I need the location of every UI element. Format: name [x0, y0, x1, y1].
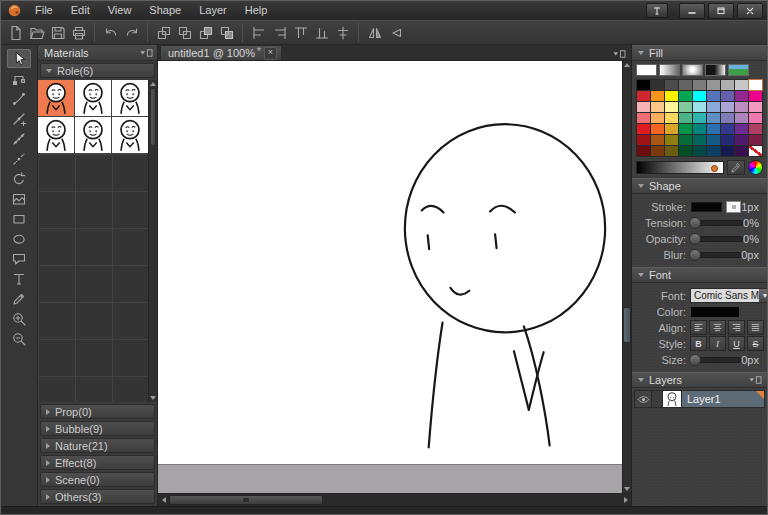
- palette-swatch[interactable]: [693, 146, 706, 156]
- palette-swatch[interactable]: [693, 124, 706, 134]
- palette-swatch[interactable]: [665, 135, 678, 145]
- menu-layer[interactable]: Layer: [190, 1, 236, 20]
- palette-swatch[interactable]: [749, 80, 762, 90]
- palette-swatch[interactable]: [721, 91, 734, 101]
- align-bottom-button[interactable]: [311, 23, 332, 42]
- minimize-button[interactable]: [679, 3, 705, 19]
- bring-to-front-button[interactable]: [195, 23, 216, 42]
- text-align-left-button[interactable]: [690, 320, 707, 335]
- palette-swatch[interactable]: [665, 80, 678, 90]
- palette-swatch[interactable]: [721, 113, 734, 123]
- palette-swatch[interactable]: [735, 146, 748, 156]
- palette-swatch[interactable]: [707, 91, 720, 101]
- menu-view[interactable]: View: [99, 1, 141, 20]
- palette-swatch[interactable]: [749, 113, 762, 123]
- pen-tool[interactable]: [7, 289, 31, 308]
- materials-menu-icon[interactable]: [138, 47, 154, 59]
- palette-swatch[interactable]: [637, 80, 650, 90]
- underline-button[interactable]: U: [728, 336, 745, 351]
- palette-swatch[interactable]: [707, 113, 720, 123]
- text-tool[interactable]: [7, 269, 31, 288]
- layer-name[interactable]: Layer1: [682, 391, 764, 407]
- value-gradient-bar[interactable]: [636, 161, 724, 174]
- menu-shape[interactable]: Shape: [140, 1, 190, 20]
- align-center-button[interactable]: [332, 23, 353, 42]
- palette-swatch[interactable]: [735, 113, 748, 123]
- palette-swatch[interactable]: [679, 102, 692, 112]
- align-right-button[interactable]: [269, 23, 290, 42]
- palette-swatch[interactable]: [665, 91, 678, 101]
- stroke-cap-swatch[interactable]: [726, 201, 741, 213]
- palette-swatch[interactable]: [735, 80, 748, 90]
- palette-swatch[interactable]: [665, 124, 678, 134]
- select-tool[interactable]: [7, 49, 31, 68]
- scrollbar-thumb[interactable]: [169, 495, 323, 505]
- palette-swatch[interactable]: [665, 102, 678, 112]
- palette-swatch[interactable]: [651, 80, 664, 90]
- add-point-tool[interactable]: [7, 109, 31, 128]
- palette-swatch[interactable]: [749, 102, 762, 112]
- scrollbar-thumb[interactable]: [623, 307, 631, 343]
- palette-swatch[interactable]: [707, 135, 720, 145]
- tab-list-icon[interactable]: [611, 48, 627, 60]
- strikethrough-button[interactable]: S: [747, 336, 764, 351]
- palette-swatch[interactable]: [651, 146, 664, 156]
- flip-horizontal-button[interactable]: [364, 23, 385, 42]
- palette-swatch[interactable]: [679, 124, 692, 134]
- palette-swatch[interactable]: [651, 113, 664, 123]
- palette-swatch[interactable]: [735, 124, 748, 134]
- palette-swatch[interactable]: [735, 91, 748, 101]
- zoom-out-tool[interactable]: [7, 329, 31, 348]
- palette-swatch[interactable]: [721, 80, 734, 90]
- scroll-up-icon[interactable]: [624, 63, 630, 67]
- opacity-slider[interactable]: [690, 236, 743, 242]
- shape-section-header[interactable]: Shape: [632, 178, 767, 194]
- palette-swatch[interactable]: [707, 102, 720, 112]
- open-button[interactable]: [26, 23, 47, 42]
- category-nature[interactable]: Nature(21): [40, 438, 155, 453]
- document-tab[interactable]: untitled1 @ 100% * ×: [160, 45, 282, 60]
- role-item[interactable]: [75, 80, 112, 117]
- palette-swatch[interactable]: [665, 146, 678, 156]
- stroke-color-swatch[interactable]: [690, 201, 723, 213]
- category-scene[interactable]: Scene(0): [40, 472, 155, 487]
- font-color-swatch[interactable]: [690, 306, 740, 318]
- palette-swatch[interactable]: [735, 102, 748, 112]
- pin-button[interactable]: [646, 3, 668, 18]
- menu-edit[interactable]: Edit: [62, 1, 99, 20]
- palette-swatch[interactable]: [637, 102, 650, 112]
- bring-forward-button[interactable]: [153, 23, 174, 42]
- curve-tool[interactable]: [7, 89, 31, 108]
- blur-slider[interactable]: [690, 252, 741, 258]
- category-prop[interactable]: Prop(0): [40, 404, 155, 419]
- text-align-right-button[interactable]: [728, 320, 745, 335]
- layer-visibility-toggle[interactable]: [635, 391, 652, 407]
- layers-section-header[interactable]: Layers: [632, 372, 767, 388]
- palette-swatch[interactable]: [637, 113, 650, 123]
- role-item[interactable]: [112, 117, 148, 154]
- fill-type-contour-gradient[interactable]: [705, 64, 726, 76]
- scroll-down-icon[interactable]: [624, 487, 630, 491]
- palette-swatch[interactable]: [749, 146, 762, 156]
- palette-swatch[interactable]: [693, 135, 706, 145]
- palette-swatch[interactable]: [651, 102, 664, 112]
- size-slider[interactable]: [690, 357, 741, 363]
- italic-button[interactable]: I: [709, 336, 726, 351]
- palette-swatch[interactable]: [721, 135, 734, 145]
- role-item[interactable]: [38, 117, 75, 154]
- font-family-select[interactable]: Comic Sans M ▼: [690, 288, 767, 303]
- palette-swatch[interactable]: [651, 135, 664, 145]
- ellipse-tool[interactable]: [7, 229, 31, 248]
- text-align-center-button[interactable]: [709, 320, 726, 335]
- fill-type-bitmap[interactable]: [728, 64, 749, 76]
- menu-help[interactable]: Help: [236, 1, 277, 20]
- fill-type-radial-gradient[interactable]: [682, 64, 703, 76]
- vertical-scrollbar[interactable]: [622, 61, 631, 493]
- tension-slider[interactable]: [690, 220, 743, 226]
- palette-swatch[interactable]: [707, 80, 720, 90]
- palette-swatch[interactable]: [693, 91, 706, 101]
- align-top-button[interactable]: [290, 23, 311, 42]
- palette-swatch[interactable]: [749, 91, 762, 101]
- node-edit-tool[interactable]: [7, 69, 31, 88]
- palette-swatch[interactable]: [721, 146, 734, 156]
